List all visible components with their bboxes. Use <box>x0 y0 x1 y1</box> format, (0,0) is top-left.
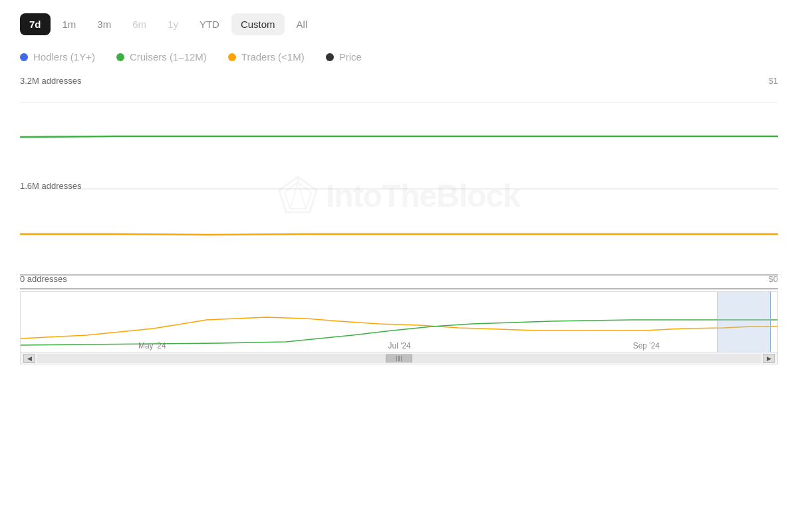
nav-x-may: May '24 <box>138 341 166 350</box>
grip-1 <box>396 356 398 361</box>
navigator-chart[interactable]: May '24 Jul '24 Sep '24 ◀ ▶ <box>20 291 778 364</box>
grip-2 <box>398 356 400 361</box>
btn-all[interactable]: All <box>287 13 317 35</box>
price-label: Price <box>339 51 362 63</box>
scroll-left-btn[interactable]: ◀ <box>23 354 35 363</box>
btn-ytd[interactable]: YTD <box>190 13 229 35</box>
chart-legend: Hodlers (1Y+) Cruisers (1–12M) Traders (… <box>20 51 778 63</box>
navigator-x-labels: May '24 Jul '24 Sep '24 <box>21 341 777 350</box>
traders-dot <box>228 53 236 61</box>
y-label-mid-left: 1.6M addresses <box>20 181 82 191</box>
scroll-right-btn[interactable]: ▶ <box>763 354 775 363</box>
y-label-top-left: 3.2M addresses <box>20 76 82 86</box>
cruisers-label: Cruisers (1–12M) <box>130 51 207 63</box>
chart-svg-area: IntoTheBlock 1.6M addresses 0 addresses … <box>20 102 778 289</box>
chart-lines-svg <box>20 102 778 275</box>
nav-x-sep: Sep '24 <box>633 341 660 350</box>
legend-hodlers: Hodlers (1Y+) <box>20 51 95 63</box>
time-range-selector: 7d 1m 3m 6m 1y YTD Custom All <box>20 13 778 35</box>
navigator-scrollbar[interactable]: ◀ ▶ <box>21 352 777 364</box>
legend-cruisers: Cruisers (1–12M) <box>116 51 207 63</box>
y-label-bottom-right: $0 <box>769 274 778 284</box>
btn-3m[interactable]: 3m <box>88 13 120 35</box>
hodlers-label: Hodlers (1Y+) <box>33 51 95 63</box>
price-dot <box>326 53 334 61</box>
btn-6m: 6m <box>123 13 156 35</box>
btn-custom[interactable]: Custom <box>231 13 285 35</box>
btn-1m[interactable]: 1m <box>53 13 86 35</box>
main-container: 7d 1m 3m 6m 1y YTD Custom All Hodlers (1… <box>0 0 798 532</box>
main-chart: 3.2M addresses $1 IntoTheBlock <box>20 76 778 289</box>
scroll-track[interactable] <box>37 354 761 363</box>
legend-traders: Traders (<1M) <box>228 51 305 63</box>
y-label-top-right: $1 <box>769 76 778 86</box>
cruisers-dot <box>116 53 124 61</box>
legend-price: Price <box>326 51 362 63</box>
scroll-handle[interactable] <box>386 354 412 362</box>
grip-3 <box>401 356 402 361</box>
btn-7d[interactable]: 7d <box>20 13 51 35</box>
hodlers-dot <box>20 53 28 61</box>
btn-1y: 1y <box>158 13 188 35</box>
y-label-bottom-left: 0 addresses <box>20 274 67 284</box>
nav-x-jul: Jul '24 <box>388 341 410 350</box>
traders-label: Traders (<1M) <box>241 51 305 63</box>
